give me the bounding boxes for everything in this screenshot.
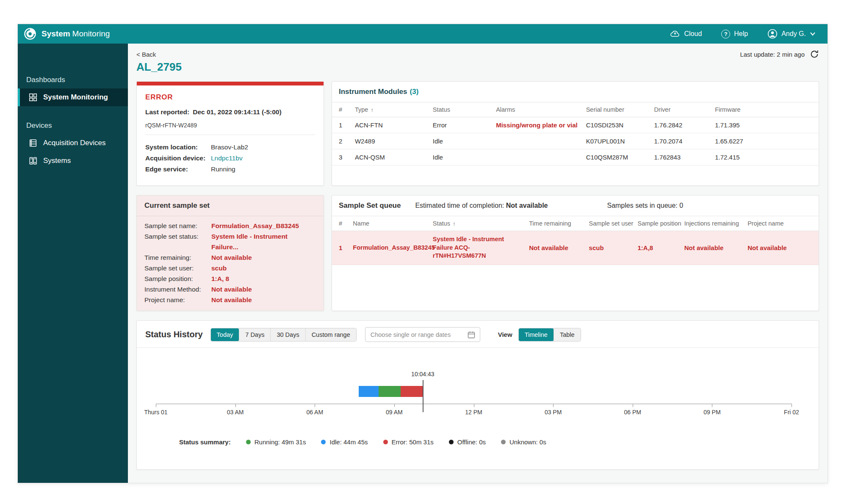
- edge-service-value: Running: [211, 164, 235, 175]
- cell-status: System Idle - Instrument Failure ACQ-rTN…: [429, 231, 526, 265]
- timeline-current-time-label: 10:04:43: [411, 371, 435, 377]
- col-time-remaining: Time remaining: [526, 216, 585, 231]
- cell-time-remaining: Not available: [526, 231, 585, 265]
- cloud-label: Cloud: [684, 30, 702, 38]
- cell-type: W2489: [352, 133, 429, 149]
- estimated-completion-value: Not available: [506, 202, 548, 209]
- instrument-modules-title: Instrument Modules: [339, 88, 407, 96]
- last-update: Last update: 2 min ago: [740, 50, 819, 59]
- timeline-tick-label: 09 AM: [386, 409, 403, 416]
- timeline-tick-label: 06 PM: [624, 409, 641, 416]
- timeline-tick-label: 03 AM: [227, 409, 244, 416]
- range-button-7-days[interactable]: 7 Days: [239, 328, 270, 341]
- legend-item: Error: 50m 31s: [383, 438, 434, 446]
- sidebar: Dashboards System Monitoring Devices Acq…: [18, 44, 128, 483]
- range-button-today[interactable]: Today: [211, 328, 239, 341]
- topbar-right: Cloud ? Help Andy G.: [667, 28, 818, 39]
- timeline-segment-idle: [359, 386, 379, 397]
- legend-dot: [449, 440, 454, 444]
- cell-serial: K07UPL001N: [583, 133, 651, 149]
- col-sample-position: Sample position: [634, 216, 681, 231]
- timeline-tick: [633, 404, 633, 407]
- cell-alarms: [493, 133, 583, 149]
- col-status: Status: [429, 102, 493, 117]
- cloud-icon: [670, 30, 680, 38]
- topbar-left: SystemMonitoring: [24, 28, 110, 40]
- timeline-tick-label: Thurs 01: [144, 409, 167, 416]
- sort-asc-icon: ↑: [453, 220, 456, 227]
- table-row: 1 ACN-FTN Error Missing/wrong plate or v…: [332, 117, 819, 133]
- col-firmware: Firmware: [711, 102, 819, 117]
- view-toggle-group: Timeline Table: [518, 328, 581, 342]
- last-reported-line: Last reported:Dec 01, 2022 09:14:11 (-5:…: [145, 108, 315, 116]
- user-menu[interactable]: Andy G.: [765, 28, 818, 39]
- legend-label: Unknown: 0s: [509, 438, 546, 446]
- timeline-tick: [474, 404, 474, 407]
- legend-item: Offline: 0s: [449, 438, 486, 446]
- col-name: Name: [349, 216, 429, 231]
- legend-label: Error: 50m 31s: [392, 438, 434, 446]
- current-sample-set-card: Current sample set Sample set name:Formu…: [136, 195, 324, 311]
- error-status-bar: [137, 82, 324, 85]
- calendar-icon[interactable]: [467, 330, 476, 339]
- user-avatar-icon: [767, 29, 778, 39]
- legend-dot: [246, 440, 251, 444]
- cell-serial: C10SDI253N: [583, 117, 651, 133]
- range-button-custom-range[interactable]: Custom range: [305, 328, 356, 341]
- cloud-button[interactable]: Cloud: [667, 29, 704, 39]
- range-button-30-days[interactable]: 30 Days: [270, 328, 305, 341]
- col-type[interactable]: Type↑: [352, 102, 429, 117]
- table-row: 2 W2489 Idle K07UPL001N 1.70.2074 1.65.6…: [332, 133, 819, 149]
- system-status-text: ERROR: [145, 93, 315, 102]
- sidebar-item-system-monitoring[interactable]: System Monitoring: [18, 88, 128, 106]
- col-sample-set-user: Sample set user: [586, 216, 634, 231]
- view-button-table[interactable]: Table: [554, 328, 581, 341]
- view-button-timeline[interactable]: Timeline: [519, 328, 554, 341]
- acquisition-device-row: Acquisition device: Lndpc11bv: [145, 153, 315, 164]
- cell-serial: C10QSM287M: [583, 149, 651, 165]
- instrument-modules-count: (3): [410, 88, 419, 96]
- sample-set-row: Time remaining:Not available: [144, 252, 316, 263]
- cell-name: Formulation_Assay_B83245: [349, 231, 429, 265]
- cell-driver: 1.76.2842: [651, 117, 712, 133]
- refresh-icon[interactable]: [810, 50, 819, 59]
- cell-status: Idle: [429, 149, 493, 165]
- col-status[interactable]: Status↑: [429, 216, 526, 231]
- col-project-name: Project name: [744, 216, 819, 231]
- view-label: View: [498, 331, 512, 338]
- cell-driver: 1.762843: [651, 149, 712, 165]
- legend-item: Idle: 44m 45s: [321, 438, 368, 446]
- date-picker: [365, 327, 480, 342]
- sidebar-item-acquisition-devices[interactable]: Acquisition Devices: [18, 134, 128, 152]
- cell-num: 2: [332, 133, 352, 149]
- sidebar-item-systems[interactable]: Systems: [18, 152, 128, 170]
- acquisition-device-link[interactable]: Lndpc11bv: [211, 153, 243, 164]
- timeline-tick-label: 09 PM: [703, 409, 720, 416]
- timeline-tick-label: Fri 02: [784, 409, 799, 416]
- date-range-input[interactable]: [370, 331, 467, 339]
- back-link[interactable]: < Back: [136, 51, 156, 58]
- cell-status: Error: [429, 117, 493, 133]
- main-content: < Back Last update: 2 min ago AL_2795 ER…: [128, 44, 828, 483]
- cell-sample-position: 1:A,8: [634, 231, 681, 265]
- table-header-row: # Type↑ Status Alarms Serial number Driv…: [332, 102, 819, 117]
- status-summary-items: Running: 49m 31sIdle: 44m 45sError: 50m …: [246, 438, 546, 446]
- dashboard-grid-icon: [28, 93, 38, 102]
- system-location-value: Brasov-Lab2: [211, 142, 248, 153]
- timeline-tick: [553, 404, 554, 407]
- legend-item: Unknown: 0s: [501, 438, 546, 446]
- timeline-segment-running: [379, 386, 401, 397]
- acquisition-devices-icon: [28, 138, 38, 148]
- cell-firmware: 1.65.6227: [711, 133, 819, 149]
- help-button[interactable]: ? Help: [719, 29, 750, 39]
- timeline-tick: [394, 404, 395, 407]
- divider: [145, 135, 315, 135]
- legend-dot: [501, 440, 506, 444]
- table-row: 3 ACN-QSM Idle C10QSM287M 1.762843 1.72.…: [332, 149, 819, 165]
- page-title: AL_2795: [136, 61, 819, 74]
- cell-alarms: Missing/wrong plate or vial: [493, 117, 583, 133]
- systems-icon: [28, 156, 38, 165]
- cell-injections-remaining: Not available: [681, 231, 744, 265]
- col-num: #: [332, 102, 352, 117]
- legend-label: Running: 49m 31s: [255, 438, 306, 446]
